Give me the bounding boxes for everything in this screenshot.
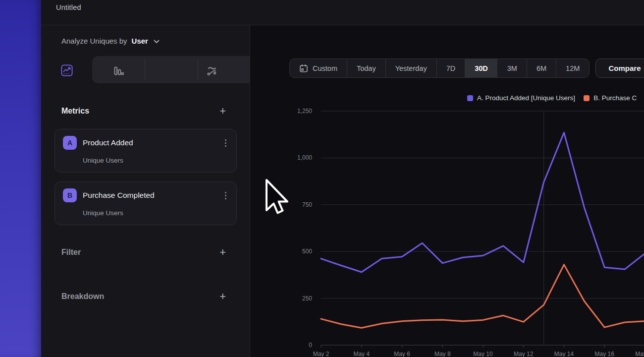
y-axis-tick-label: 0	[309, 342, 312, 349]
breakdown-header-row: Breakdown +	[61, 292, 226, 301]
x-axis-tick-label: May 14	[554, 351, 574, 357]
x-axis-tick-label: May 10	[473, 351, 493, 357]
tab-flows flows-icon[interactable]	[206, 65, 218, 77]
background-gradient-strip	[0, 0, 41, 357]
x-axis-tick-label: May 6	[394, 351, 410, 357]
x-axis-tick-label: May 12	[514, 351, 534, 357]
filter-header: Filter	[61, 248, 81, 257]
filter-header-row: Filter +	[61, 248, 226, 257]
x-axis-tick-label: May 18	[635, 351, 644, 357]
tab-separator	[145, 59, 145, 80]
metric-card-product-added[interactable]: A Product Added Unique Users	[54, 129, 237, 173]
series-line	[321, 132, 644, 272]
metric-menu-button kebab-icon[interactable]	[224, 191, 227, 200]
metric-title: Product Added	[83, 138, 218, 147]
metric-subtitle: Unique Users	[83, 157, 227, 164]
metrics-header: Metrics	[61, 107, 89, 116]
analyze-by-label: Analyze Uniques by	[61, 37, 127, 45]
query-builder-panel: Analyze Uniques by User	[41, 25, 250, 357]
series-line	[321, 265, 644, 328]
line-chart[interactable]: 02505007501,0001,250May 2May 4May 6May 8…	[250, 25, 644, 357]
chevron-down-icon[interactable]	[154, 37, 160, 45]
chart-region: Custom Today Yesterday 7D 30D 3M 6M 12M …	[250, 25, 644, 357]
y-axis-tick-label: 1,000	[297, 154, 312, 161]
metric-badge-a: A	[63, 136, 77, 150]
metric-badge-b: B	[63, 188, 77, 202]
report-title: Untitled	[56, 3, 81, 11]
y-axis-tick-label: 250	[302, 295, 312, 302]
analyze-uniques-row: Analyze Uniques by User	[61, 37, 160, 45]
analyze-by-value-dropdown[interactable]: User	[132, 37, 148, 45]
y-axis-tick-label: 750	[302, 201, 312, 208]
metric-subtitle: Unique Users	[83, 209, 227, 217]
breakdown-header: Breakdown	[61, 292, 104, 301]
add-metric-button plus-icon[interactable]: +	[219, 107, 226, 116]
x-axis-tick-label: May 16	[595, 351, 615, 357]
tab-separator	[198, 59, 198, 80]
app-window: Untitled Analyze Uniques by User	[0, 0, 644, 357]
x-axis-tick-label: May 8	[434, 351, 451, 357]
metric-title: Purchase Completed	[83, 191, 218, 200]
add-filter-button plus-icon[interactable]: +	[219, 248, 226, 257]
y-axis-tick-label: 500	[302, 248, 312, 255]
x-axis-tick-label: May 4	[353, 351, 370, 357]
top-bar: Untitled	[41, 0, 644, 25]
add-breakdown-button plus-icon[interactable]: +	[219, 292, 226, 301]
metrics-header-row: Metrics +	[61, 107, 226, 116]
y-axis-tick-label: 1,250	[297, 108, 312, 115]
tab-line-chart line-chart-icon[interactable]	[61, 64, 73, 76]
metric-menu-button kebab-icon[interactable]	[224, 138, 227, 148]
tab-bar-chart bar-chart-icon[interactable]	[112, 65, 124, 77]
metric-card-purchase-completed[interactable]: B Purchase Completed Unique Users	[54, 181, 237, 225]
x-axis-tick-label: May 2	[313, 351, 329, 357]
